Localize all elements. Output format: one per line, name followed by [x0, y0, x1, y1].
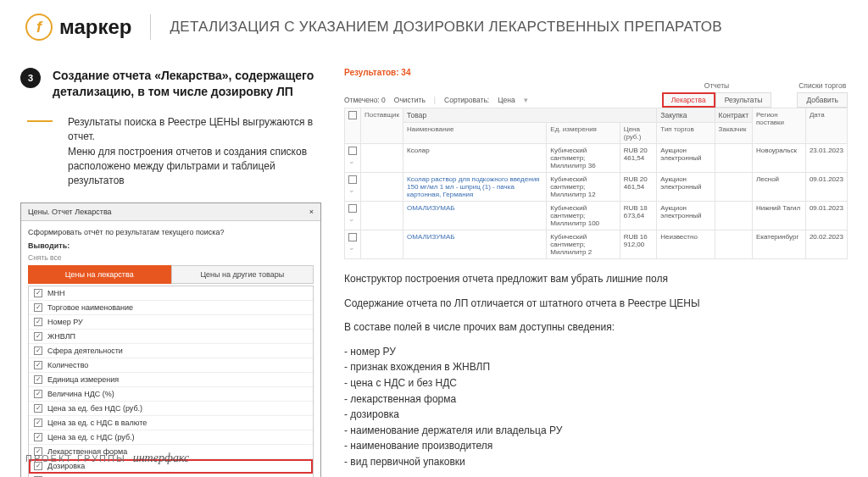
tab-results[interactable]: Результаты [715, 92, 772, 108]
cell-unit: Кубический сантиметр; Миллилитр 12 [547, 173, 620, 202]
cell-supplier [361, 202, 403, 230]
list-item: - лекарственная форма [344, 391, 848, 408]
chevron-down-icon[interactable]: ⌄ [348, 214, 355, 223]
field-row[interactable]: ✓Наименование держателя или владельца [29, 474, 313, 477]
clear-selection[interactable]: Очистить [394, 96, 426, 104]
cell-supplier [361, 230, 403, 259]
cell-price: RUB 18 673,64 [620, 202, 657, 230]
checkbox[interactable]: ✓ [34, 318, 42, 326]
footer-project: ПРОЕКТ ГРУППЫ [25, 453, 126, 463]
field-row[interactable]: ✓Цена за ед. с НДС (руб.) [29, 430, 313, 445]
marked-count: Отмечено: 0 [344, 96, 386, 104]
field-row[interactable]: ✓Номер РУ [29, 315, 313, 330]
field-label: Величина НДС (%) [47, 390, 114, 398]
tab-medicines[interactable]: Лекарства [662, 92, 715, 108]
step-heading: 3 Создание отчета «Лекарства», содержаще… [20, 68, 326, 100]
sort-select[interactable]: Цена [498, 96, 515, 104]
chevron-down-icon[interactable]: ⌄ [348, 243, 355, 252]
results-count: Результатов: 34 [344, 68, 848, 77]
close-icon[interactable]: × [309, 208, 314, 216]
field-row[interactable]: ✓Величина НДС (%) [29, 387, 313, 402]
chevron-down-icon[interactable]: ⌄ [348, 186, 355, 194]
row-checkbox[interactable] [348, 147, 357, 155]
chevron-down-icon[interactable]: ⌄ [348, 157, 355, 165]
dialog-tab-other[interactable]: Цены на другие товары [171, 265, 314, 284]
checkbox[interactable]: ✓ [34, 347, 42, 355]
cell-unit: Кубический сантиметр; Миллилитр 2 [547, 230, 620, 259]
checkbox[interactable]: ✓ [34, 419, 42, 427]
field-label: Единица измерения [47, 375, 119, 384]
step-description: Результаты поиска в Реестре ЦЕНЫ выгружа… [53, 115, 326, 189]
cell-name: Ксолар [403, 144, 547, 173]
page-header: f маркер ДЕТАЛИЗАЦИЯ С УКАЗАНИЕМ ДОЗИРОВ… [0, 0, 868, 49]
field-row[interactable]: ✓Количество [29, 358, 313, 373]
table-row: ⌄Ксолар раствор для подкожного введения … [345, 173, 848, 202]
checkbox[interactable]: ✓ [34, 361, 42, 369]
cell-name[interactable]: ОМАЛИЗУМАБ [403, 230, 547, 259]
cell-name[interactable]: ОМАЛИЗУМАБ [403, 202, 547, 230]
select-all-checkbox[interactable] [348, 111, 357, 119]
logo-mark: f [25, 14, 53, 41]
report-dialog: Цены. Отчет Лекарства × Сформировать отч… [20, 202, 321, 477]
dialog-title: Цены. Отчет Лекарства [28, 208, 112, 216]
cell-supplier [361, 144, 403, 173]
cell-supplier [361, 173, 403, 202]
results-table: Поставщик Товар Закупка Контракт Регион … [344, 108, 848, 259]
step-number-badge: 3 [20, 68, 41, 88]
table-row: ⌄ОМАЛИЗУМАБКубический сантиметр; Миллили… [345, 230, 848, 259]
dialog-titlebar: Цены. Отчет Лекарства × [21, 203, 320, 221]
row-checkbox[interactable] [348, 204, 357, 213]
field-row[interactable]: ✓Единица измерения [29, 373, 313, 387]
desc-p3: В составе полей в числе прочих вам досту… [344, 319, 848, 336]
col-unit: Ед. измерения [547, 123, 620, 144]
cell-customer [715, 173, 752, 202]
cell-price: RUB 20 461,54 [620, 173, 657, 202]
field-label: ЖНВЛП [47, 332, 75, 341]
row-checkbox[interactable] [348, 175, 357, 184]
cell-region: Новоуральск [753, 144, 806, 173]
field-row[interactable]: ✓Цена за ед. с НДС в валюте [29, 416, 313, 430]
field-label: Торговое наименование [47, 303, 133, 312]
cell-unit: Кубический сантиметр; Миллилитр 36 [547, 144, 620, 173]
cell-unit: Кубический сантиметр; Миллилитр 100 [547, 202, 620, 230]
cell-date: 09.01.2023 [805, 202, 847, 230]
desc-p1: Конструктор построения отчета предложит … [344, 271, 848, 287]
col-date: Дата [805, 108, 847, 144]
dialog-question: Сформировать отчёт по результатам текуще… [28, 228, 314, 236]
list-item: - признак вхождения в ЖНВЛП [344, 359, 848, 375]
cell-name[interactable]: Ксолар раствор для подкожного введения 1… [403, 173, 547, 202]
checkbox[interactable]: ✓ [34, 390, 42, 398]
list-item: - дозировка [344, 407, 848, 423]
chevron-down-icon[interactable]: ▾ [524, 96, 528, 104]
field-row[interactable]: ✓МНН [29, 286, 313, 301]
checkbox[interactable]: ✓ [34, 404, 42, 413]
description-block: Конструктор построения отчета предложит … [344, 271, 848, 470]
reports-group-label: Отчеты [662, 81, 772, 90]
cell-date: 20.02.2023 [805, 230, 847, 259]
cell-type: Аукцион электронный [657, 173, 715, 202]
row-checkbox[interactable] [348, 233, 357, 241]
field-list: ✓МНН✓Торговое наименование✓Номер РУ✓ЖНВЛ… [28, 286, 314, 477]
checkbox[interactable]: ✓ [34, 289, 42, 297]
checkbox[interactable]: ✓ [34, 303, 42, 312]
checkbox[interactable]: ✓ [34, 332, 42, 341]
col-price: Цена (руб.) [620, 123, 657, 144]
field-row[interactable]: ✓Сфера деятельности [29, 344, 313, 358]
cell-customer [715, 230, 752, 259]
checkbox[interactable]: ✓ [34, 433, 42, 441]
logo: f маркер [25, 14, 131, 41]
checkbox[interactable]: ✓ [34, 375, 42, 384]
tab-add[interactable]: Добавить [797, 92, 848, 108]
field-row[interactable]: ✓Торговое наименование [29, 301, 313, 315]
cell-date: 09.01.2023 [805, 173, 847, 202]
field-label: Сфера деятельности [47, 347, 123, 355]
list-item: - наименование производителя [344, 438, 848, 454]
dialog-tab-medicines[interactable]: Цены на лекарства [28, 265, 171, 284]
unselect-all-link[interactable]: Снять все [28, 253, 314, 262]
step-title: Создание отчета «Лекарства», содержащего… [53, 68, 326, 100]
logo-text: маркер [59, 15, 131, 39]
desc-p2: Содержание отчета по ЛП отличается от шт… [344, 296, 848, 312]
field-row[interactable]: ✓ЖНВЛП [29, 330, 313, 344]
field-row[interactable]: ✓Цена за ед. без НДС (руб.) [29, 402, 313, 416]
list-item: - вид первичной упаковки [344, 454, 848, 470]
